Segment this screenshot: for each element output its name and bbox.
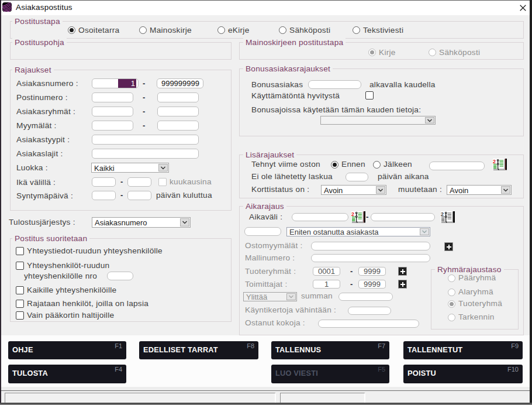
- svg-text:2: 2: [441, 211, 444, 217]
- svg-text:2: 2: [351, 211, 354, 217]
- svg-text:2: 2: [493, 159, 496, 164]
